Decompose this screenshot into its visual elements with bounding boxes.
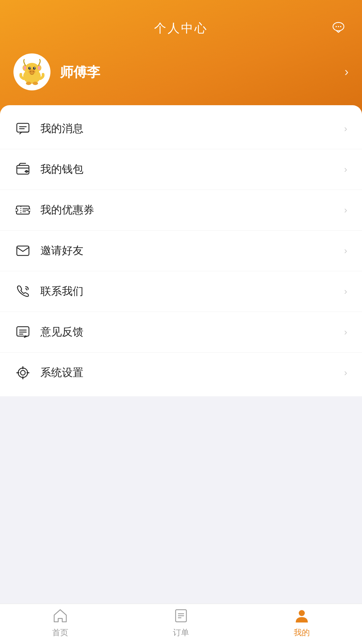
menu-wallet-label: 我的钱包 [40,162,335,177]
svg-point-7 [24,66,26,70]
avatar [13,53,50,90]
svg-point-16 [33,71,34,73]
menu-settings-label: 系统设置 [40,365,335,380]
svg-rect-31 [17,246,29,255]
menu-message-label: 我的消息 [40,121,335,136]
tab-mine-label: 我的 [294,627,310,638]
coupon-icon [15,202,31,218]
profile-chevron-icon: › [345,65,349,79]
menu-invite-label: 邀请好友 [40,243,335,258]
menu-wallet-arrow: › [344,164,347,175]
menu-item-contact[interactable]: 联系我们 › [0,271,362,312]
menu-item-coupon[interactable]: 我的优惠券 › [0,190,362,231]
tab-mine[interactable]: 我的 [241,607,362,641]
svg-point-2 [338,26,339,27]
content-area [0,396,362,598]
feedback-icon [15,324,31,340]
tab-orders[interactable]: 订单 [121,607,242,641]
menu-invite-arrow: › [344,245,347,256]
tab-home-label: 首页 [52,627,68,638]
menu-settings-arrow: › [344,367,347,378]
svg-point-9 [38,66,40,70]
menu-feedback-arrow: › [344,327,347,337]
username-label: 师傅李 [60,63,335,81]
menu-message-arrow: › [344,123,347,134]
svg-point-37 [18,368,28,377]
svg-point-26 [28,209,30,211]
svg-point-14 [29,69,35,74]
invite-icon [15,243,31,259]
menu-coupon-arrow: › [344,205,347,215]
svg-point-18 [33,82,38,85]
page-title: 个人中心 [13,20,349,37]
orders-tab-icon [172,607,190,625]
menu-item-invite[interactable]: 邀请好友 › [0,231,362,271]
menu-item-message[interactable]: 我的消息 › [0,109,362,149]
svg-point-1 [335,26,337,27]
menu-feedback-label: 意见反馈 [40,325,335,339]
avatar-image [17,57,47,87]
message-bubble-icon [331,20,346,34]
wallet-icon [15,161,31,177]
mine-tab-icon [293,607,311,625]
tab-bar: 首页 订单 我的 [0,604,362,644]
menu-contact-arrow: › [344,286,347,297]
menu-item-wallet[interactable]: 我的钱包 › [0,149,362,190]
menu-card: 我的消息 › 我的钱包 › [0,105,362,396]
menu-contact-label: 联系我们 [40,284,335,299]
header-section: 个人中心 [0,0,362,117]
svg-point-36 [21,370,25,375]
menu-item-feedback[interactable]: 意见反馈 › [0,312,362,353]
menu-coupon-label: 我的优惠券 [40,203,335,217]
settings-icon [15,365,31,381]
tab-orders-label: 订单 [173,627,189,638]
svg-point-12 [30,68,31,69]
home-tab-icon [51,607,69,625]
svg-point-46 [299,610,305,616]
svg-point-3 [340,26,341,27]
svg-rect-22 [17,165,29,174]
phone-icon [15,283,31,299]
svg-rect-19 [17,123,29,132]
svg-point-17 [26,82,31,85]
svg-point-25 [15,209,18,211]
tab-home[interactable]: 首页 [0,607,121,641]
svg-point-15 [30,71,32,73]
menu-item-settings[interactable]: 系统设置 › [0,353,362,393]
profile-row[interactable]: 师傅李 › [13,53,349,90]
message-icon-button[interactable] [330,18,347,36]
chat-icon [15,121,31,137]
svg-rect-32 [17,327,29,336]
svg-point-13 [34,68,35,69]
